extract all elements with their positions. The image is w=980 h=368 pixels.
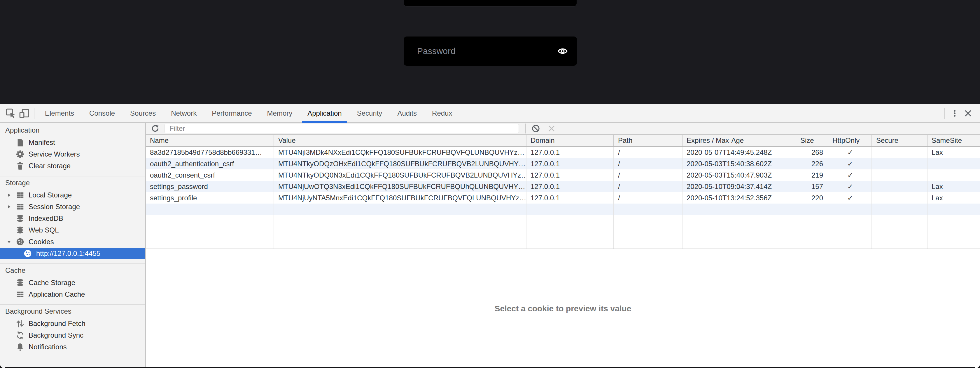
- cell-httponly[interactable]: ✓: [828, 147, 872, 158]
- filter-input[interactable]: [164, 124, 519, 133]
- column-header-samesite[interactable]: SameSite: [928, 135, 980, 146]
- cookie-row[interactable]: oauth2_authentication_csrf MTU4NTkyODQzO…: [146, 158, 980, 170]
- sidebar-item-service-workers[interactable]: Service Workers: [0, 148, 145, 160]
- sidebar-item-web-sql[interactable]: Web SQL: [0, 224, 145, 236]
- sidebar-item-local-storage[interactable]: Local Storage: [0, 189, 145, 201]
- tab-console[interactable]: Console: [82, 104, 123, 122]
- cell-secure[interactable]: [872, 192, 928, 203]
- cell-value[interactable]: MTU4NTkyODQzOHxEdi1CQkFFQ180SUFBUkFCRUFB…: [274, 158, 527, 170]
- cell-domain[interactable]: 127.0.0.1: [527, 192, 614, 203]
- cell-size[interactable]: 157: [796, 181, 828, 192]
- cell-size[interactable]: 219: [796, 170, 828, 181]
- cell-httponly[interactable]: ✓: [828, 158, 872, 170]
- cell-value[interactable]: MTU4NjI3MDk4NXxEdi1CQkFFQ180SUFBUkFCRUFB…: [274, 147, 527, 158]
- column-header-value[interactable]: Value: [274, 135, 527, 146]
- cell-httponly[interactable]: ✓: [828, 170, 872, 181]
- cell-domain[interactable]: 127.0.0.1: [527, 170, 614, 181]
- chevron-down-icon[interactable]: [6, 239, 16, 245]
- cookie-row[interactable]: settings_password MTU4NjUwOTQ3N3xEdi1CQk…: [146, 181, 980, 192]
- cell-domain[interactable]: 127.0.0.1: [527, 158, 614, 170]
- cell-expires[interactable]: 2020-05-10T09:04:37.414Z: [682, 181, 796, 192]
- eye-icon[interactable]: [557, 46, 568, 57]
- cell-value[interactable]: MTU4NjUwOTQ3N3xEdi1CQkFFQ180SUFBUkFCRUFB…: [274, 181, 527, 192]
- cookie-row[interactable]: oauth2_consent_csrf MTU4NTkyODQ0N3xEdi1C…: [146, 170, 980, 181]
- cookie-row[interactable]: settings_profile MTU4NjUyNTA5MnxEdi1CQkF…: [146, 192, 980, 203]
- cell-name[interactable]: oauth2_authentication_csrf: [146, 158, 274, 170]
- cell-size[interactable]: 220: [796, 192, 828, 203]
- clear-all-block-icon[interactable]: [531, 124, 541, 133]
- sidebar-item-cache-storage[interactable]: Cache Storage: [0, 277, 145, 288]
- tab-sources[interactable]: Sources: [123, 104, 163, 122]
- cell-secure[interactable]: [872, 147, 928, 158]
- cell-path[interactable]: /: [614, 158, 682, 170]
- sidebar-item-application-cache[interactable]: Application Cache: [0, 288, 145, 300]
- password-field[interactable]: [404, 37, 577, 66]
- password-input[interactable]: [404, 46, 557, 56]
- cell-httponly[interactable]: ✓: [828, 181, 872, 192]
- tab-performance[interactable]: Performance: [204, 104, 259, 122]
- cell-samesite[interactable]: [928, 170, 980, 181]
- column-header-path[interactable]: Path: [614, 135, 682, 146]
- top-input-cutoff[interactable]: [404, 0, 577, 6]
- cell-samesite[interactable]: Lax: [928, 192, 980, 203]
- sidebar-item-background-fetch[interactable]: Background Fetch: [0, 318, 145, 330]
- tab-network[interactable]: Network: [163, 104, 204, 122]
- tab-security[interactable]: Security: [349, 104, 390, 122]
- inspect-element-button[interactable]: [4, 107, 18, 120]
- cell-size[interactable]: 226: [796, 158, 828, 170]
- cell-name[interactable]: settings_password: [146, 181, 274, 192]
- cookie-row[interactable]: 8a3d27185b49d7758d8bb669331… MTU4NjI3MDk…: [146, 147, 980, 158]
- reload-icon[interactable]: [151, 124, 160, 133]
- cell-domain[interactable]: 127.0.0.1: [527, 147, 614, 158]
- tab-redux[interactable]: Redux: [425, 104, 460, 122]
- cell-value[interactable]: MTU4NjUyNTA5MnxEdi1CQkFFQ180SUFBUkFCRUFB…: [274, 192, 527, 203]
- tab-elements[interactable]: Elements: [37, 104, 82, 122]
- cell-secure[interactable]: [872, 158, 928, 170]
- sidebar-item-background-sync[interactable]: Background Sync: [0, 330, 145, 341]
- column-header-size[interactable]: Size: [796, 135, 828, 146]
- cell-expires[interactable]: 2020-05-07T14:49:45.248Z: [682, 147, 796, 158]
- cell-path[interactable]: /: [614, 170, 682, 181]
- cell-expires[interactable]: 2020-05-10T13:24:52.356Z: [682, 192, 796, 203]
- tab-application[interactable]: Application: [300, 104, 349, 122]
- chevron-right-icon[interactable]: [6, 192, 16, 198]
- tab-audits[interactable]: Audits: [390, 104, 425, 122]
- cell-path[interactable]: /: [614, 147, 682, 158]
- cell-name[interactable]: settings_profile: [146, 192, 274, 203]
- sidebar-item-manifest[interactable]: Manifest: [0, 137, 145, 148]
- devtools-menu-button[interactable]: [948, 107, 961, 120]
- delete-selected-icon[interactable]: [547, 124, 556, 133]
- column-header-name[interactable]: Name: [146, 135, 274, 146]
- sidebar-item-indexeddb[interactable]: IndexedDB: [0, 213, 145, 224]
- column-header-secure[interactable]: Secure: [872, 135, 928, 146]
- sidebar-item-notifications[interactable]: Notifications: [0, 341, 145, 353]
- empty-cookie-row[interactable]: [146, 203, 980, 215]
- sidebar-item-clear-storage[interactable]: Clear storage: [0, 160, 145, 172]
- device-toolbar-button[interactable]: [18, 107, 31, 120]
- sidebar-item-session-storage[interactable]: Session Storage: [0, 201, 145, 213]
- devtools-panel: Elements Console Sources Network Perform…: [0, 104, 980, 368]
- cell-httponly[interactable]: ✓: [828, 192, 872, 203]
- column-header-httponly[interactable]: HttpOnly: [828, 135, 872, 146]
- cell-size[interactable]: 268: [796, 147, 828, 158]
- chevron-right-icon[interactable]: [6, 204, 16, 210]
- devtools-close-button[interactable]: [961, 107, 975, 120]
- tab-memory[interactable]: Memory: [259, 104, 300, 122]
- cell-samesite[interactable]: Lax: [928, 181, 980, 192]
- cell-samesite[interactable]: [928, 158, 980, 170]
- cell-name[interactable]: oauth2_consent_csrf: [146, 170, 274, 181]
- cell-path[interactable]: /: [614, 181, 682, 192]
- cell-domain[interactable]: 127.0.0.1: [527, 181, 614, 192]
- cell-path[interactable]: /: [614, 192, 682, 203]
- cell-value[interactable]: MTU4NTkyODQ0N3xEdi1CQkFFQ180SUFBUkFCRUFB…: [274, 170, 527, 181]
- cell-expires[interactable]: 2020-05-03T15:40:38.602Z: [682, 158, 796, 170]
- cell-samesite[interactable]: Lax: [928, 147, 980, 158]
- sidebar-item-cookie-origin[interactable]: http://127.0.0.1:4455: [0, 248, 145, 259]
- cell-secure[interactable]: [872, 181, 928, 192]
- cell-expires[interactable]: 2020-05-03T15:40:47.903Z: [682, 170, 796, 181]
- sidebar-item-cookies[interactable]: Cookies: [0, 236, 145, 248]
- column-header-domain[interactable]: Domain: [527, 135, 614, 146]
- cell-name[interactable]: 8a3d27185b49d7758d8bb669331…: [146, 147, 274, 158]
- column-header-expires[interactable]: Expires / Max-Age: [682, 135, 796, 146]
- cell-secure[interactable]: [872, 170, 928, 181]
